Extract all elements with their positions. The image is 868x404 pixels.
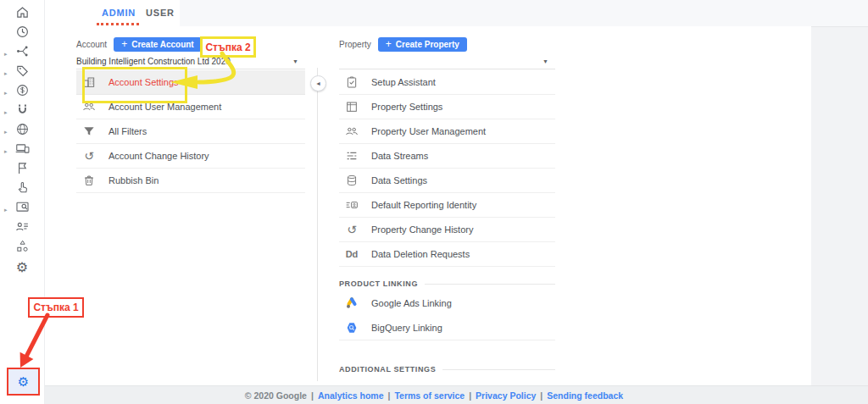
- filter-funnel-icon: [81, 124, 97, 139]
- step1-label: Стъпка 1: [28, 297, 84, 318]
- property-item-data-streams[interactable]: Data Streams: [339, 144, 555, 169]
- create-property-button[interactable]: + Create Property: [378, 37, 467, 52]
- property-item-default-reporting-identity[interactable]: Default Reporting Identity: [339, 193, 555, 218]
- explore-icon: [15, 200, 30, 218]
- caret-down-icon: ▼: [542, 58, 548, 64]
- user-list-icon: [15, 219, 30, 237]
- sidebar-item-monetization[interactable]: ▸: [0, 82, 44, 102]
- property-column: Property + Create Property ▼ Setup Assis…: [339, 26, 555, 386]
- sidebar-icon-list: ▸ ▸ ▸ ▸ ▸ ▸ ▸ ⚙: [0, 4, 44, 277]
- chevron-right-icon: ▸: [4, 147, 8, 153]
- account-selector-value: Building Intelligent Construction Ltd 20…: [76, 57, 231, 66]
- chevron-right-icon: ▸: [4, 206, 8, 212]
- sidebar-item-debug[interactable]: ⚙: [0, 257, 44, 277]
- sidebar-item-acquisition[interactable]: ▸: [0, 102, 44, 121]
- property-settings-icon: [344, 99, 359, 114]
- sidebar-item-lifecycle[interactable]: ▸: [0, 43, 44, 63]
- chevron-right-icon: ▸: [4, 69, 8, 75]
- property-item-setup-assistant[interactable]: Setup Assistant: [339, 70, 555, 95]
- account-item-change-history[interactable]: ↺ Account Change History: [76, 144, 305, 169]
- footer-link-analytics-home[interactable]: Analytics home: [318, 390, 384, 401]
- footer-link-sending-feedback[interactable]: Sending feedback: [547, 390, 623, 401]
- sidebar-item-audiences[interactable]: [0, 219, 44, 238]
- database-icon: [344, 173, 359, 188]
- property-item-user-management[interactable]: Property User Management: [339, 119, 555, 144]
- account-column-label: Account: [76, 40, 107, 49]
- setup-clipboard-icon: [344, 75, 359, 90]
- sidebar-item-attribution[interactable]: [0, 238, 44, 257]
- sidebar-item-admin[interactable]: ⚙: [7, 368, 40, 396]
- sidebar-item-conversions[interactable]: [0, 180, 44, 199]
- sidebar-item-events[interactable]: [0, 160, 44, 180]
- globe-icon: [15, 122, 30, 140]
- property-item-data-settings[interactable]: Data Settings: [339, 169, 555, 193]
- sidebar-item-demographics[interactable]: ▸: [0, 121, 44, 141]
- account-item-rubbish-bin[interactable]: Rubbish Bin: [76, 169, 305, 193]
- dd-text-icon: Dd: [344, 246, 359, 262]
- sidebar-item-explore[interactable]: ▸: [0, 199, 44, 219]
- property-item-data-deletion-requests[interactable]: Dd Data Deletion Requests: [339, 242, 555, 267]
- property-item-change-history[interactable]: ↺ Property Change History: [339, 218, 555, 242]
- property-item-bigquery-linking[interactable]: BigQuery Linking: [339, 316, 555, 340]
- chevron-right-icon: ▸: [4, 108, 8, 114]
- home-icon: [15, 5, 30, 23]
- magnet-icon: [15, 102, 30, 120]
- data-streams-icon: [344, 148, 359, 163]
- shapes-icon: [15, 239, 30, 257]
- account-item-all-filters[interactable]: All Filters: [76, 119, 305, 144]
- chevron-right-icon: ▸: [4, 89, 8, 95]
- sidebar-item-realtime[interactable]: [0, 24, 44, 43]
- realtime-clock-icon: [15, 25, 30, 42]
- footer: © 2020 Google | Analytics home | Terms o…: [0, 385, 868, 404]
- create-account-button[interactable]: + Create Account: [114, 37, 202, 52]
- tab-admin[interactable]: ADMIN: [102, 8, 136, 18]
- collapse-column-button[interactable]: ◄: [310, 75, 326, 91]
- tag-icon: [15, 64, 30, 81]
- property-selector[interactable]: ▼: [339, 54, 555, 69]
- plus-icon: +: [386, 38, 392, 50]
- chevron-right-icon: ▸: [4, 50, 8, 56]
- property-item-google-ads-linking[interactable]: Google Ads Linking: [339, 291, 555, 316]
- left-nav-sidebar: ▸ ▸ ▸ ▸ ▸ ▸ ▸ ⚙ ⚙: [0, 0, 45, 404]
- step2-label: Стъпка 2: [200, 36, 256, 58]
- touch-icon: [15, 180, 30, 198]
- devices-icon: [15, 141, 30, 159]
- history-icon: ↺: [344, 222, 359, 237]
- sidebar-item-tags[interactable]: ▸: [0, 63, 44, 82]
- footer-link-terms-of-service[interactable]: Terms of service: [394, 390, 465, 401]
- additional-settings-section-header: ADDITIONAL SETTINGS: [339, 363, 555, 375]
- sidebar-item-home[interactable]: [0, 4, 44, 24]
- trash-icon: [81, 173, 97, 188]
- tab-user[interactable]: USER: [146, 8, 175, 18]
- people-icon: [344, 124, 359, 139]
- copyright-text: © 2020 Google: [245, 390, 307, 401]
- admin-header: ADMIN USER: [44, 0, 868, 27]
- chevron-right-icon: ▸: [4, 128, 8, 134]
- product-linking-section-header: PRODUCT LINKING: [339, 278, 555, 290]
- property-item-property-settings[interactable]: Property Settings: [339, 95, 555, 119]
- monetization-icon: [15, 83, 30, 101]
- admin-gear-icon: ⚙: [18, 375, 29, 388]
- plus-icon: +: [121, 38, 127, 50]
- column-divider: [317, 68, 318, 381]
- caret-left-icon: ◄: [315, 80, 321, 86]
- bigquery-icon: [344, 320, 359, 335]
- footer-link-privacy-policy[interactable]: Privacy Policy: [476, 390, 536, 401]
- page-background: [811, 0, 868, 404]
- step2-highlight-box: [82, 67, 187, 103]
- flag-icon: [15, 161, 30, 179]
- identity-card-icon: [344, 197, 359, 213]
- caret-down-icon: ▼: [292, 58, 298, 64]
- debug-gear-icon: ⚙: [16, 261, 28, 274]
- active-tab-underline: [97, 23, 139, 25]
- sidebar-item-tech[interactable]: ▸: [0, 141, 44, 160]
- property-items: Setup Assistant Property Settings Proper…: [339, 70, 555, 401]
- flow-icon: [15, 44, 30, 62]
- property-column-label: Property: [339, 40, 371, 49]
- google-ads-icon: [344, 296, 359, 311]
- history-icon: ↺: [81, 148, 97, 163]
